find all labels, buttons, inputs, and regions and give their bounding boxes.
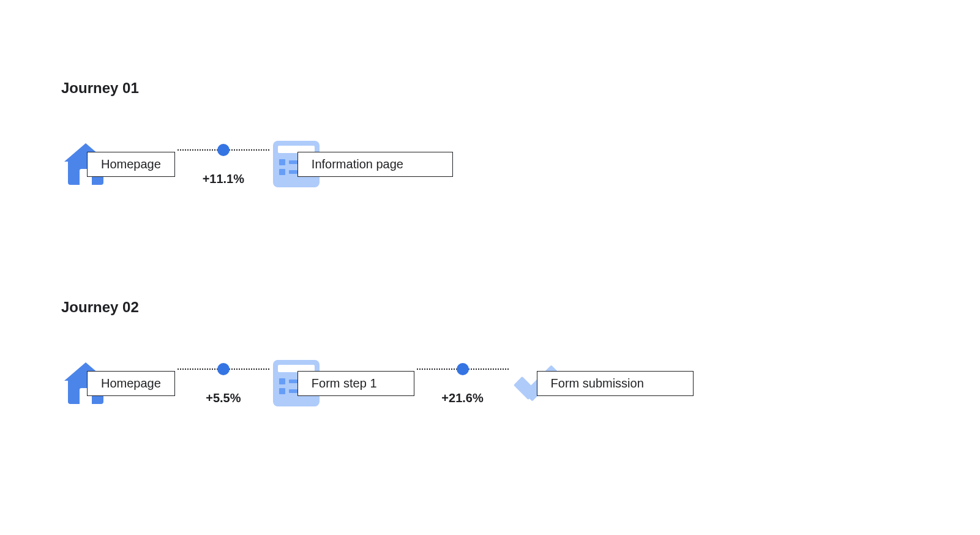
connector: +21.6% xyxy=(417,369,509,398)
journey-01: Journey 01 Homepage +11.1% Information p… xyxy=(61,80,919,189)
connector-dot xyxy=(217,363,230,375)
dotted-line xyxy=(178,149,269,151)
step-label: Information page xyxy=(297,152,453,177)
journey-title: Journey 02 xyxy=(61,299,919,316)
step-label: Homepage xyxy=(87,152,175,177)
step-form-submission: Form submission xyxy=(511,359,694,408)
journey-title: Journey 01 xyxy=(61,80,919,97)
step-label: Form submission xyxy=(537,371,694,396)
connector-pct: +11.1% xyxy=(203,172,244,186)
journey-flow: Homepage +5.5% Form step 1 +21.6% Form s… xyxy=(61,359,919,408)
step-homepage: Homepage xyxy=(61,359,175,408)
step-homepage: Homepage xyxy=(61,140,175,189)
connector-dot xyxy=(457,363,469,375)
journey-flow: Homepage +11.1% Information page xyxy=(61,140,919,189)
connector-pct: +5.5% xyxy=(206,391,241,405)
connector: +5.5% xyxy=(178,369,269,398)
connector: +11.1% xyxy=(178,149,269,179)
step-information-page: Information page xyxy=(272,140,453,189)
dotted-line xyxy=(417,369,509,370)
connector-pct: +21.6% xyxy=(441,391,483,405)
step-form-step-1: Form step 1 xyxy=(272,359,414,408)
step-label: Homepage xyxy=(87,371,175,396)
connector-dot xyxy=(217,144,230,156)
dotted-line xyxy=(178,369,269,370)
step-label: Form step 1 xyxy=(297,371,414,396)
journey-02: Journey 02 Homepage +5.5% Form step 1 +2… xyxy=(61,299,919,408)
